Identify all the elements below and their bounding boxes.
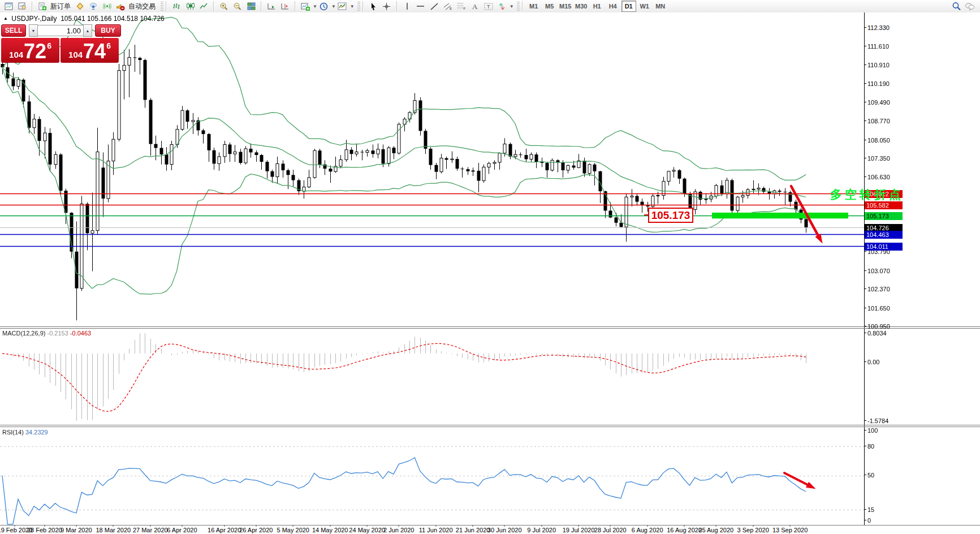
axis-label: 106.630 — [867, 174, 907, 180]
date-label: 28 Jul 2020 — [594, 527, 627, 533]
axis-label: 108.050 — [867, 137, 907, 144]
price-tag: 105.582 — [865, 201, 903, 209]
text-icon[interactable]: A — [468, 0, 482, 12]
axis-label: 15 — [867, 506, 907, 513]
panel-separator[interactable] — [0, 328, 980, 329]
date-axis-line — [0, 525, 980, 526]
buy-quote[interactable]: 104 74 6 — [61, 38, 119, 63]
panel-separator[interactable] — [0, 425, 980, 425]
volume-input[interactable] — [38, 25, 83, 36]
toolbar-group-trade: 新订单 自动交易 — [34, 0, 159, 12]
date-label: 25 Aug 2020 — [698, 527, 733, 533]
new-chart-icon[interactable] — [299, 0, 312, 12]
crosshair-icon[interactable] — [380, 0, 394, 12]
auto-scroll-icon[interactable] — [265, 0, 278, 12]
zoom-out-icon[interactable] — [231, 0, 244, 12]
horizontal-line-icon[interactable] — [414, 0, 428, 12]
signal-icon[interactable] — [100, 0, 114, 12]
bar-chart-icon[interactable] — [170, 0, 183, 12]
rsi-canvas[interactable] — [0, 428, 864, 525]
axis-label: 100 — [867, 427, 907, 434]
arrows-icon[interactable] — [495, 0, 509, 12]
cursor-icon[interactable] — [366, 0, 380, 12]
auto-trading-label[interactable]: 自动交易 — [128, 2, 156, 11]
candlestick-chart-icon[interactable] — [183, 0, 197, 12]
date-label: 26 Apr 2020 — [239, 527, 273, 533]
price-tag: 104.011 — [865, 243, 903, 251]
fibonacci-icon[interactable]: F — [455, 0, 468, 12]
axis-label: 0.00 — [867, 359, 907, 365]
timeframe-m15[interactable]: M15 — [558, 1, 573, 12]
toolbar-group-scroll — [263, 0, 293, 12]
indicators-icon[interactable] — [336, 0, 349, 12]
new-order-label[interactable]: 新订单 — [50, 2, 71, 11]
date-label: 18 Mar 2020 — [96, 527, 131, 533]
toolbar-group-objects: E F A T ▼ — [399, 0, 516, 12]
date-label: 13 Sep 2020 — [772, 527, 808, 533]
chart-title: ▲ USDJPY-,Daily 105.041 105.166 104.518 … — [3, 15, 165, 23]
timeframe-m30[interactable]: M30 — [574, 1, 589, 12]
volume-increase-button[interactable]: ▲ — [83, 24, 92, 37]
date-label: 9 Jul 2020 — [527, 527, 556, 533]
date-label: 19 Jul 2020 — [563, 527, 595, 533]
period-dropdown-icon[interactable]: ▼ — [331, 4, 336, 9]
chart-area: ▲ USDJPY-,Daily 105.041 105.166 104.518 … — [0, 12, 980, 534]
axis-label: 110.190 — [867, 80, 907, 87]
tile-windows-icon[interactable] — [244, 0, 258, 12]
ohlc-close: 104.726 — [140, 15, 164, 23]
date-label: 6 Aug 2020 — [632, 527, 663, 533]
arrows-dropdown-icon[interactable]: ▼ — [510, 4, 514, 9]
auto-trading-icon[interactable] — [114, 0, 127, 12]
price-axis-line — [864, 12, 865, 525]
date-label: 2 Jun 2020 — [383, 527, 414, 533]
indicators-dropdown-icon[interactable]: ▼ — [350, 4, 355, 9]
symbol-marker-icon: ▲ — [3, 16, 8, 21]
line-chart-icon[interactable] — [197, 0, 210, 12]
timeframe-m1[interactable]: M1 — [526, 1, 541, 12]
profile-icon[interactable] — [15, 0, 29, 12]
volume-decrease-button[interactable]: ▼ — [29, 24, 38, 37]
new-order-icon[interactable] — [36, 0, 49, 12]
timeframe-w1[interactable]: W1 — [637, 1, 652, 12]
panel-separator[interactable] — [0, 326, 980, 327]
macd-signal-value: -0.0463 — [70, 330, 91, 337]
price-callout-105173[interactable]: 105.173 — [648, 208, 693, 223]
vertical-line-icon[interactable] — [400, 0, 414, 12]
main-price-canvas[interactable] — [0, 12, 864, 327]
ohlc-open: 105.041 — [61, 15, 85, 23]
sell-button[interactable]: SELL — [1, 24, 26, 37]
new-chart-dropdown-icon[interactable]: ▼ — [313, 4, 317, 9]
zoom-in-icon[interactable] — [217, 0, 231, 12]
period-clock-icon[interactable] — [317, 0, 331, 12]
axis-label: 80 — [867, 443, 907, 450]
timeframe-m5[interactable]: M5 — [542, 1, 557, 12]
rsi-label: RSI(14) 34.2329 — [2, 429, 48, 436]
trendline-icon[interactable] — [428, 0, 441, 12]
new-window-icon[interactable] — [2, 0, 15, 12]
panel-separator[interactable] — [0, 427, 980, 427]
toolbar-group-charttype — [168, 0, 212, 12]
trend-annotation-text[interactable]: 多空转折点 — [830, 187, 904, 203]
equidistant-channel-icon[interactable]: E — [441, 0, 455, 12]
community-icon[interactable] — [87, 0, 100, 12]
timeframe-h1[interactable]: H1 — [590, 1, 605, 12]
axis-label: 0.8034 — [867, 330, 907, 337]
mt4-window: 新订单 自动交易 ▼ ▼ — [0, 0, 980, 534]
sell-quote[interactable]: 104 72 6 — [1, 38, 59, 63]
timeframe-h4[interactable]: H4 — [606, 1, 620, 12]
sell-price-pips: 72 — [24, 41, 46, 62]
macd-canvas[interactable] — [0, 329, 864, 425]
buy-button[interactable]: BUY — [95, 24, 121, 37]
rsi-value: 34.2329 — [25, 429, 48, 436]
date-label: 27 Mar 2020 — [133, 527, 168, 533]
svg-text:A: A — [472, 2, 478, 10]
text-label-icon[interactable]: T — [482, 0, 495, 12]
timeframe-d1[interactable]: D1 — [621, 1, 636, 12]
timeframe-mn[interactable]: MN — [653, 1, 668, 12]
price-tag: 105.173 — [865, 212, 903, 220]
chat-icon[interactable] — [963, 0, 977, 12]
chart-shift-icon[interactable] — [278, 0, 292, 12]
search-icon[interactable] — [949, 0, 963, 12]
date-label: 14 May 2020 — [312, 527, 348, 533]
compass-icon[interactable] — [73, 0, 87, 12]
